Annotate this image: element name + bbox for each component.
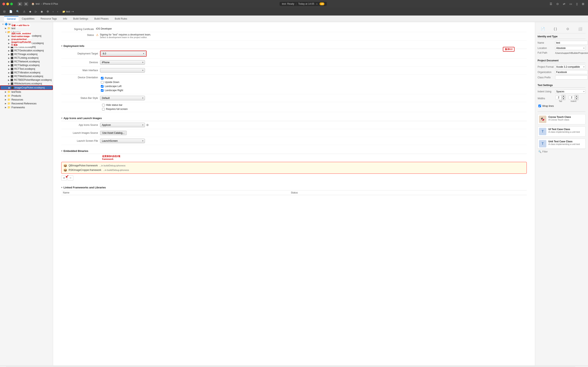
statusbar-select-wrapper[interactable]: Default Light Content (100, 96, 145, 100)
layout-btn-6[interactable]: ⊞ (581, 2, 586, 6)
sidebar-item-imagecropicker[interactable]: ▶ ⬛ imageCropPicker.xcodeproj (0, 85, 53, 90)
sidebar-item-libraries[interactable]: ▾ 📂 Libraries (0, 30, 53, 34)
requires-fullscreen-checkbox[interactable] (102, 108, 105, 110)
template-cocoa-touch[interactable]: 🍫 Cocoa Touch Class A Cocoa Touch class (537, 114, 586, 124)
rp-code-icon-btn[interactable]: { } (550, 26, 561, 32)
prev-btn[interactable]: ‹ (52, 9, 55, 14)
sidebar-item-rctgeolocation[interactable]: ▶ ⬛ RCTGeolocation.xcodeproj (0, 49, 53, 52)
tab-build-phases[interactable]: Build Phases (91, 16, 112, 21)
tab-info[interactable]: Info (60, 16, 70, 21)
layout-btn-4[interactable]: ▭ (568, 2, 573, 6)
tab-width-input[interactable] (555, 96, 562, 99)
rp-location-select[interactable]: Absolute Relative (555, 46, 586, 50)
rp-classprefix-input[interactable] (555, 75, 588, 80)
linked-frameworks-header[interactable]: ▾ Linked Frameworks and Libraries (61, 185, 527, 191)
sidebar-root[interactable]: ▾ 🔷 test (0, 22, 53, 26)
indent-width-up[interactable]: ▲ (575, 95, 579, 98)
maximize-button[interactable] (10, 3, 13, 5)
add-binary-btn[interactable]: + (61, 175, 67, 181)
tab-build-settings[interactable]: Build Settings (70, 16, 91, 21)
devices-select-wrapper[interactable]: iPhone iPad Universal (100, 60, 145, 65)
layout-btn-5[interactable]: ▯ (575, 2, 579, 6)
next-btn[interactable]: › (56, 9, 59, 14)
rp-org-input[interactable] (555, 70, 588, 74)
sidebar-item-rctanimation[interactable]: ▶ ⬛ RCTAnimation.xcodeproj (0, 34, 53, 38)
search-btn[interactable]: 🔍 (15, 9, 21, 14)
sidebar-item-products[interactable]: ▶ 📁 Products (0, 94, 53, 98)
layout-btn-3[interactable]: ⇄ (562, 2, 567, 6)
launch-screen-select[interactable]: LaunchScreen (100, 139, 145, 143)
sidebar-item-rctsettings[interactable]: ▶ ⬛ RCTSettings.xcodeproj (0, 63, 53, 67)
rp-search-input[interactable] (542, 150, 585, 153)
wrap-lines-checkbox[interactable] (538, 105, 541, 107)
main-interface-select[interactable] (100, 68, 145, 73)
sidebar-item-frameworks[interactable]: ▶ 📁 Frameworks (0, 105, 53, 109)
tab-capabilities[interactable]: Capabilities (19, 16, 37, 21)
rp-file-icon-btn[interactable]: 📄 (537, 26, 548, 32)
rp-format-select-wrapper[interactable]: Xcode 3.2-compatible (555, 65, 586, 69)
rp-circle-icon-btn[interactable]: ⊙ (562, 26, 573, 32)
deployment-target-select[interactable]: 8.0 9.0 10.0 11.0 (101, 51, 146, 56)
sidebar-item-rctblob[interactable]: ▶ ⬛ RCTBlob.xcodeproj (0, 45, 53, 49)
stop-button[interactable]: ■ (24, 2, 28, 6)
landscape-right-checkbox[interactable] (101, 89, 104, 92)
app-icons-gear[interactable]: ⚙ (146, 123, 149, 127)
tab-build-rules[interactable]: Build Rules (112, 16, 130, 21)
sidebar-item-test-child[interactable]: ▶ 📁 test (0, 26, 53, 30)
indent-width-down[interactable]: ▼ (575, 98, 579, 100)
sidebar-item-recovered[interactable]: ▶ 📁 Recovered References (0, 101, 53, 105)
portrait-checkbox[interactable] (101, 77, 104, 80)
launch-screen-select-wrapper[interactable]: LaunchScreen (100, 139, 145, 143)
sidebar-item-rctactionsheet[interactable]: ▶ ⬛ RCTActionSheet.xcodeproj (0, 42, 53, 45)
layout-btn-2[interactable]: ⊙ (555, 2, 560, 6)
sidebar-toggle[interactable]: ⊟ (2, 9, 7, 14)
breakpoint-btn[interactable]: ◉ (39, 9, 44, 14)
tab-general[interactable]: General (4, 16, 18, 21)
app-icons-header[interactable]: ▾ App Icons and Launch Images (61, 115, 527, 121)
embedded-binaries-header[interactable]: ▾ Embedded Binaries (61, 148, 527, 154)
debug-btn[interactable]: ▷ (34, 9, 38, 14)
template-unit-test[interactable]: T Unit Test Case Class A class implement… (537, 139, 586, 149)
layout-btn-1[interactable]: ☰ (548, 2, 553, 6)
sidebar-item-rctvibration[interactable]: ▶ ⬛ RCTVibration.xcodeproj (0, 71, 53, 75)
sidebar-item-resources[interactable]: ▶ 📁 Resources (0, 98, 53, 101)
tab-resource-tags[interactable]: Resource Tags (38, 16, 60, 21)
tab-width-up[interactable]: ▲ (562, 95, 565, 98)
env-btn[interactable]: ⚙ (45, 9, 50, 14)
sidebar-item-rctnetwork[interactable]: ▶ ⬛ RCTNetwork.xcodeproj (0, 60, 53, 63)
remove-binary-btn[interactable]: − (68, 175, 73, 181)
hide-statusbar-checkbox[interactable] (102, 104, 105, 106)
app-icons-select-wrapper[interactable]: AppIcon (100, 123, 145, 127)
rp-location-select-wrapper[interactable]: Absolute Relative (555, 46, 586, 50)
sidebar-item-rctwebsocket[interactable]: ▶ ⬛ RCTWebSocket.xcodeproj (0, 75, 53, 78)
main-interface-select-wrapper[interactable] (100, 68, 145, 73)
use-asset-catalog-btn[interactable]: Use Asset Catalog... (100, 131, 127, 135)
deployment-header[interactable]: ▾ Deployment Info (61, 43, 527, 49)
deployment-target-select-wrapper[interactable]: 8.0 9.0 10.0 11.0 (101, 51, 146, 56)
play-button[interactable]: ▶ (18, 2, 22, 6)
rp-indent-using-select-wrapper[interactable]: Spaces Tabs (555, 90, 586, 94)
sidebar-item-rctimage[interactable]: ▶ ⬛ RCTImage.xcodeproj (0, 52, 53, 56)
rp-name-input[interactable] (555, 41, 588, 45)
warning-btn[interactable]: ⚠ (22, 9, 27, 14)
git-btn[interactable]: ◆ (28, 9, 33, 14)
sidebar-item-react[interactable]: ▶ ⬛ React.xcodeproj (0, 38, 53, 42)
devices-select[interactable]: iPhone iPad Universal (100, 60, 145, 65)
sidebar-item-rctlinking[interactable]: ▶ ⬛ RCTLinking.xcodeproj (0, 56, 53, 60)
sidebar-item-rctbeepickermanager[interactable]: ▶ ⬛ RCTBEEPickerManager.xcodeproj (0, 78, 53, 82)
upsidedown-checkbox[interactable] (101, 81, 104, 83)
tab-width-down[interactable]: ▼ (562, 98, 565, 100)
minimize-button[interactable] (6, 3, 9, 5)
statusbar-select[interactable]: Default Light Content (100, 96, 145, 100)
sidebar-item-rnvectoricons[interactable]: ▶ ⬛ RNVectorIcons.xcodeproj (0, 82, 53, 85)
rp-square-icon-btn[interactable]: ⬜ (575, 26, 586, 32)
rp-indent-using-select[interactable]: Spaces Tabs (555, 90, 586, 94)
landscape-left-checkbox[interactable] (101, 85, 104, 88)
indent-width-input[interactable] (569, 96, 575, 99)
template-ui-test[interactable]: T UI Test Case Class A class implementin… (537, 126, 586, 137)
close-button[interactable] (2, 3, 5, 5)
sidebar-item-rcttext[interactable]: ▶ ⬛ RCTText.xcodeproj (0, 67, 53, 71)
app-icons-select[interactable]: AppIcon (100, 123, 145, 127)
file-btn[interactable]: 📄 (8, 9, 14, 14)
rp-format-select[interactable]: Xcode 3.2-compatible (555, 65, 586, 69)
